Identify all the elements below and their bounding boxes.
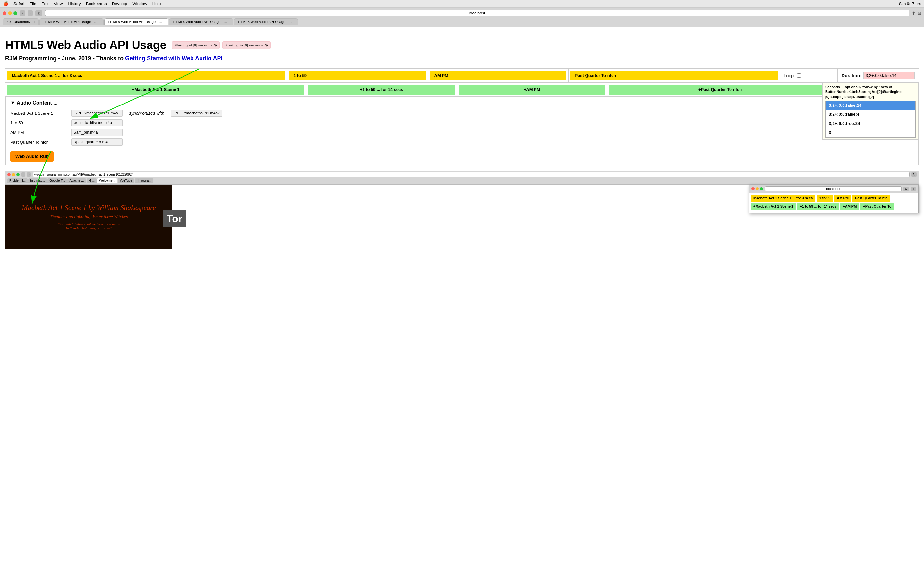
menu-history[interactable]: History	[68, 1, 81, 6]
popup-btn-past-quarter[interactable]: Past Quarter To nfc	[853, 195, 890, 201]
web-audio-run-button[interactable]: Web Audio Run	[10, 151, 53, 161]
popup-window: ↻ ⬆ Macbeth Act 1 Scene 1 ... for 3 secs…	[748, 185, 919, 213]
audio-file-1to59: ./one_to_fiftynine.m4a	[71, 119, 123, 126]
forward-button[interactable]: ›	[27, 10, 33, 16]
bottom-tab-5[interactable]: Welcome...	[97, 178, 117, 183]
bottom-url-bar[interactable]	[33, 172, 909, 177]
bottom-tab-3[interactable]: Apache ...	[67, 178, 86, 183]
audio-label-1to59: 1 to 59	[10, 121, 68, 125]
starting-at-stepper[interactable]: ⊙	[214, 43, 217, 47]
menu-view[interactable]: View	[53, 1, 63, 6]
duration-hint-text: Seconds ... optionally follow by ; sets …	[825, 85, 901, 99]
loop-checkbox-1[interactable]	[797, 73, 801, 77]
menu-edit[interactable]: Edit	[41, 1, 48, 6]
popup-chrome: ↻ ⬆	[749, 185, 918, 193]
popup-btn-ampm-2[interactable]: +AM PM	[840, 203, 859, 210]
macbeth-title: Macbeth Act 1 Scene 1 by William Shakesp…	[22, 203, 156, 212]
page-title: HTML5 Web Audio API Usage	[5, 39, 166, 52]
url-bar[interactable]	[45, 10, 909, 16]
btn-past-quarter[interactable]: Past Quarter To nfcn	[570, 71, 777, 81]
starting-in-stepper[interactable]: ⊙	[265, 43, 268, 47]
audio-section-header[interactable]: ▼ Audio Content ...	[10, 100, 914, 106]
popup-btn-macbeth-2[interactable]: +Macbeth Act 1 Scene 1	[751, 203, 796, 210]
menu-safari[interactable]: Safari	[13, 1, 24, 6]
tab-3[interactable]: HTML5 Web Audio API Usage - RJM Progr...	[169, 18, 233, 25]
button-row-2: +Macbeth Act 1 Scene 1 +1 to 59 ... for …	[5, 83, 919, 97]
minimize-button[interactable]	[8, 11, 12, 15]
starting-controls: Starting at [0] seconds ⊙ Starting in [0…	[172, 41, 271, 49]
traffic-lights	[3, 11, 17, 15]
menu-file[interactable]: File	[29, 1, 36, 6]
bottom-tab-6[interactable]: YouTube	[118, 178, 134, 183]
bottom-forward[interactable]: ›	[27, 172, 31, 177]
btn-1to59[interactable]: 1 to 59	[289, 71, 426, 81]
audio-label-past-quarter: Past Quarter To nfcn	[10, 140, 68, 145]
menu-window[interactable]: Window	[132, 1, 147, 6]
popup-btn-ampm[interactable]: AM PM	[834, 195, 851, 201]
dropdown-item-1[interactable]: 3;2+:0:0:false:4	[825, 110, 915, 119]
browser-actions: ⬆ ⊡	[912, 11, 921, 16]
bottom-tabs: Problem I... bsd mac... Google T... Apac…	[7, 178, 917, 183]
btn-1to59-2[interactable]: +1 to 59 ... for 14 secs	[309, 85, 455, 95]
bottom-tab-2[interactable]: Google T...	[47, 178, 67, 183]
duration-hint: Seconds ... optionally follow by ; sets …	[822, 82, 919, 140]
close-button[interactable]	[3, 11, 6, 15]
dropdown-item-0[interactable]: 3;2+:0:0:false:14	[825, 101, 915, 110]
tab-4[interactable]: HTML5 Web Audio API Usage - RJM Progr...	[234, 18, 298, 25]
menu-develop[interactable]: Develop	[112, 1, 128, 6]
popup-close[interactable]	[751, 187, 754, 190]
popup-btn-1to59-2[interactable]: +1 to 59 ... for 14 secs	[797, 203, 839, 210]
subtitle: RJM Programming - June, 2019 - Thanks to…	[5, 55, 919, 62]
btn-macbeth[interactable]: Macbeth Act 1 Scene 1 ... for 3 secs	[7, 71, 285, 81]
subtitle-link[interactable]: Getting Started with Web Audio API	[125, 55, 222, 61]
macbeth-video: Macbeth Act 1 Scene 1 by William Shakesp…	[5, 185, 172, 249]
popup-btn-row-2: +Macbeth Act 1 Scene 1 +1 to 59 ... for …	[751, 203, 916, 210]
popup-reload[interactable]: ↻	[903, 187, 909, 191]
popup-share[interactable]: ⬆	[911, 187, 916, 191]
back-button[interactable]: ‹	[20, 10, 25, 16]
new-tab-button[interactable]: ⊡	[918, 11, 921, 16]
popup-url-bar[interactable]	[765, 186, 901, 191]
btn-macbeth-2[interactable]: +Macbeth Act 1 Scene 1	[7, 85, 304, 95]
menu-bookmarks[interactable]: Bookmarks	[86, 1, 107, 6]
sidebar-button[interactable]: ⊞	[35, 10, 42, 16]
popup-minimize[interactable]	[756, 187, 759, 190]
bottom-tab-0[interactable]: Problem I...	[7, 178, 27, 183]
bottom-maximize[interactable]	[16, 173, 19, 176]
popup-maximize[interactable]	[760, 187, 763, 190]
bottom-tab-1[interactable]: bsd mac...	[28, 178, 47, 183]
duration-cell-1: Duration: Seconds ... optionally follow …	[838, 69, 919, 82]
btn-ampm-2[interactable]: +AM PM	[459, 85, 605, 95]
starting-in-label: Starting in [0] seconds	[225, 43, 263, 47]
btn-past-quarter-2[interactable]: +Past Quarter To nfcn	[609, 85, 831, 95]
add-tab-button[interactable]: +	[299, 19, 305, 25]
btn-ampm[interactable]: AM PM	[430, 71, 567, 81]
bottom-minimize[interactable]	[12, 173, 15, 176]
popup-btn-past-quarter-2[interactable]: +Past Quarter To	[861, 203, 894, 210]
btn-1to59-cell: 1 to 59	[287, 69, 428, 82]
subtitle-text: RJM Programming - June, 2019 - Thanks to	[5, 55, 124, 61]
dropdown-item-2[interactable]: 3;2+:6:0:true:24	[825, 119, 915, 128]
dropdown-item-3[interactable]: 3`	[825, 128, 915, 137]
btn-past-quarter-cell: Past Quarter To nfcn	[569, 69, 780, 82]
bottom-tab-4[interactable]: M ...	[87, 178, 97, 183]
apple-icon[interactable]: 🍎	[3, 1, 8, 6]
bottom-reload[interactable]: ↻	[911, 172, 917, 177]
duration-input-1[interactable]	[863, 72, 915, 79]
maximize-button[interactable]	[13, 11, 17, 15]
popup-btn-macbeth[interactable]: Macbeth Act 1 Scene 1 ... for 3 secs	[751, 195, 815, 201]
btn-ampm-cell: AM PM	[428, 69, 569, 82]
controls-container: Macbeth Act 1 Scene 1 ... for 3 secs 1 t…	[5, 68, 919, 165]
bottom-browser-toolbar: ‹ › ↻	[7, 172, 917, 177]
menu-help[interactable]: Help	[152, 1, 161, 6]
bottom-back[interactable]: ‹	[21, 172, 25, 177]
tab-2[interactable]: HTML5 Web Audio API Usage - RJM Progra..…	[104, 18, 168, 25]
bottom-tab-7[interactable]: rjmrogra...	[135, 178, 153, 183]
audio-row-ampm: AM PM ./am_pm.m4a	[10, 129, 914, 136]
bottom-close[interactable]	[7, 173, 11, 176]
tab-0[interactable]: 401 Unauthorized	[3, 18, 39, 25]
loop-label-1: Loop:	[784, 73, 795, 78]
share-button[interactable]: ⬆	[912, 11, 916, 16]
tab-1[interactable]: HTML5 Web Audio API Usage - RJM Program.…	[39, 18, 103, 25]
popup-btn-1to59[interactable]: 1 to 59	[817, 195, 833, 201]
